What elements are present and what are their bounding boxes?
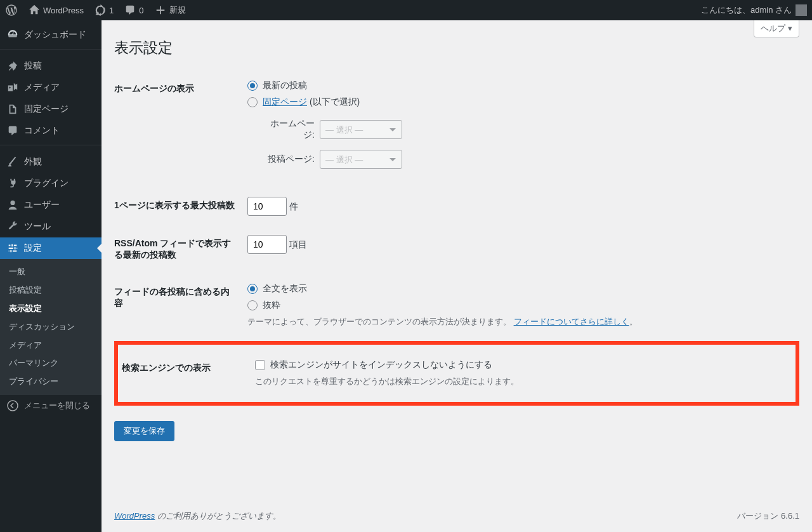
feed-full-label: 全文を表示 bbox=[263, 283, 307, 295]
menu-label: 固定ページ bbox=[24, 103, 69, 115]
search-engine-th: 検索エンジンでの表示 bbox=[122, 350, 249, 397]
rss-items-input[interactable] bbox=[247, 235, 287, 254]
account-menu[interactable]: こんにちは、admin さん bbox=[701, 4, 812, 16]
homepage-select-label: ホームページ: bbox=[261, 118, 315, 141]
menu-label: ダッシュボード bbox=[24, 29, 86, 41]
postspage-select[interactable]: — 選択 — bbox=[320, 150, 402, 169]
collapse-menu[interactable]: メニューを閉じる bbox=[0, 395, 102, 416]
wp-logo-menu[interactable] bbox=[0, 0, 23, 20]
footer-left: WordPress のご利用ありがとうございます。 bbox=[114, 510, 281, 522]
homepage-static-label: 固定ページ (以下で選択) bbox=[263, 96, 360, 108]
dashboard-icon bbox=[6, 29, 19, 41]
avatar bbox=[796, 4, 807, 16]
plugin-icon bbox=[6, 177, 19, 190]
collapse-icon bbox=[6, 399, 19, 412]
postspage-select-label: 投稿ページ: bbox=[261, 154, 315, 165]
feed-full-radio[interactable] bbox=[247, 284, 258, 294]
admin-menu: ダッシュボード 投稿 メディア 固定ページ コメント 外観 プラグイン ユーザー… bbox=[0, 20, 102, 532]
page-icon bbox=[6, 103, 19, 116]
plus-icon bbox=[154, 4, 167, 17]
submenu-permalink[interactable]: パーマリンク bbox=[0, 354, 102, 373]
menu-appearance[interactable]: 外観 bbox=[0, 151, 102, 173]
submenu-writing[interactable]: 投稿設定 bbox=[0, 281, 102, 300]
wrench-icon bbox=[6, 220, 19, 233]
menu-separator bbox=[0, 49, 102, 52]
menu-users[interactable]: ユーザー bbox=[0, 194, 102, 216]
menu-posts[interactable]: 投稿 bbox=[0, 55, 102, 77]
wordpress-logo-icon bbox=[5, 4, 18, 17]
menu-plugins[interactable]: プラグイン bbox=[0, 173, 102, 194]
posts-per-page-input[interactable] bbox=[247, 197, 287, 216]
search-engine-highlight: 検索エンジンでの表示 検索エンジンがサイトをインデックスしないようにする このリ… bbox=[114, 341, 799, 406]
search-engine-checkbox-label: 検索エンジンがサイトをインデックスしないようにする bbox=[270, 359, 492, 371]
submenu-reading[interactable]: 表示設定 bbox=[0, 300, 102, 318]
media-icon bbox=[6, 81, 19, 94]
homepage-th: ホームページの表示 bbox=[114, 70, 241, 187]
updates-count: 1 bbox=[109, 6, 114, 15]
help-tab[interactable]: ヘルプ ▾ bbox=[754, 20, 799, 37]
homepage-static-link[interactable]: 固定ページ bbox=[263, 96, 307, 107]
menu-settings[interactable]: 設定 bbox=[0, 237, 102, 259]
rss-items-th: RSS/Atom フィードで表示する最新の投稿数 bbox=[114, 225, 241, 274]
update-icon bbox=[94, 4, 107, 17]
collapse-label: メニューを閉じる bbox=[24, 400, 90, 411]
menu-label: ユーザー bbox=[24, 199, 60, 211]
menu-label: プラグイン bbox=[24, 178, 69, 189]
search-engine-desc: このリクエストを尊重するかどうかは検索エンジンの設定によります。 bbox=[255, 376, 785, 387]
comments-count: 0 bbox=[139, 6, 143, 15]
user-icon bbox=[6, 199, 19, 211]
menu-separator bbox=[0, 145, 102, 148]
footer: WordPress のご利用ありがとうございます。 バージョン 6.6.1 bbox=[102, 500, 812, 532]
posts-per-page-suffix: 件 bbox=[289, 201, 298, 211]
submenu-privacy[interactable]: プライバシー bbox=[0, 373, 102, 391]
pin-icon bbox=[6, 60, 19, 72]
feed-excerpt-radio[interactable] bbox=[247, 300, 258, 310]
menu-comments[interactable]: コメント bbox=[0, 120, 102, 142]
search-engine-checkbox[interactable] bbox=[255, 360, 265, 370]
new-label: 新規 bbox=[169, 4, 186, 16]
save-button[interactable]: 変更を保存 bbox=[114, 421, 174, 441]
homepage-select[interactable]: — 選択 — bbox=[320, 120, 402, 139]
menu-label: 設定 bbox=[24, 243, 42, 254]
menu-pointer bbox=[92, 243, 102, 253]
posts-per-page-th: 1ページに表示する最大投稿数 bbox=[114, 187, 241, 225]
homepage-latest-radio[interactable] bbox=[247, 81, 258, 91]
feed-excerpt-label: 抜粋 bbox=[263, 300, 280, 311]
comments-menu[interactable]: 0 bbox=[119, 0, 148, 20]
menu-label: コメント bbox=[24, 125, 60, 136]
comment-icon bbox=[6, 124, 19, 137]
menu-tools[interactable]: ツール bbox=[0, 216, 102, 237]
feed-learn-more-link[interactable]: フィードについてさらに詳しく bbox=[514, 317, 629, 326]
footer-wp-link[interactable]: WordPress bbox=[114, 511, 155, 521]
brush-icon bbox=[6, 156, 19, 168]
menu-label: 投稿 bbox=[24, 60, 42, 72]
submenu-general[interactable]: 一般 bbox=[0, 263, 102, 281]
menu-pages[interactable]: 固定ページ bbox=[0, 98, 102, 120]
greeting-text: こんにちは、admin さん bbox=[701, 4, 792, 16]
svg-point-0 bbox=[8, 401, 18, 411]
comment-icon bbox=[124, 4, 136, 17]
footer-version: バージョン 6.6.1 bbox=[737, 510, 799, 522]
feed-desc: テーマによって、ブラウザーでのコンテンツの表示方法が決まります。 フィードについ… bbox=[247, 316, 793, 328]
settings-submenu: 一般 投稿設定 表示設定 ディスカッション メディア パーマリンク プライバシー bbox=[0, 259, 102, 395]
menu-dashboard[interactable]: ダッシュボード bbox=[0, 24, 102, 46]
menu-label: メディア bbox=[24, 82, 60, 93]
sliders-icon bbox=[6, 242, 19, 255]
site-menu[interactable]: WordPress bbox=[23, 0, 89, 20]
home-icon bbox=[28, 4, 41, 17]
admin-bar: WordPress 1 0 新規 こんにちは、admin さん bbox=[0, 0, 812, 20]
feed-content-th: フィードの各投稿に含める内容 bbox=[114, 274, 241, 337]
site-name: WordPress bbox=[43, 6, 84, 15]
updates-menu[interactable]: 1 bbox=[89, 0, 119, 20]
rss-items-suffix: 項目 bbox=[289, 239, 307, 249]
menu-media[interactable]: メディア bbox=[0, 77, 102, 98]
submenu-discussion[interactable]: ディスカッション bbox=[0, 318, 102, 336]
menu-label: ツール bbox=[24, 221, 51, 232]
page-title: 表示設定 bbox=[114, 38, 799, 58]
new-content-menu[interactable]: 新規 bbox=[149, 0, 191, 20]
menu-label: 外観 bbox=[24, 156, 42, 168]
submenu-media[interactable]: メディア bbox=[0, 336, 102, 355]
homepage-static-radio[interactable] bbox=[247, 97, 258, 107]
homepage-latest-label: 最新の投稿 bbox=[263, 80, 307, 91]
